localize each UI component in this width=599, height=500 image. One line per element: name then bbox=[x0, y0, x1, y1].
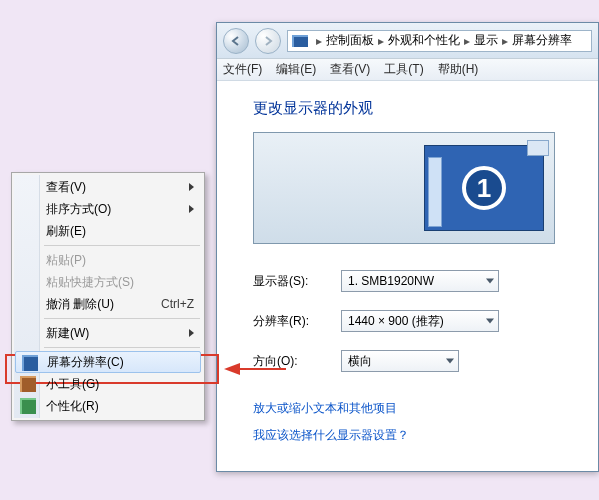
ctx-view-label: 查看(V) bbox=[46, 179, 86, 196]
display-arrangement-box[interactable]: 1 bbox=[253, 132, 555, 244]
gadget-icon bbox=[20, 376, 36, 392]
resolution-combobox[interactable]: 1440 × 900 (推荐) bbox=[341, 310, 499, 332]
menubar: 文件(F) 编辑(E) 查看(V) 工具(T) 帮助(H) bbox=[217, 59, 598, 81]
ctx-undo-label: 撤消 删除(U) bbox=[46, 296, 114, 313]
link-which-display[interactable]: 我应该选择什么显示器设置？ bbox=[253, 427, 598, 444]
ctx-view[interactable]: 查看(V) bbox=[14, 176, 202, 198]
submenu-arrow-icon bbox=[189, 183, 194, 191]
separator bbox=[44, 245, 200, 246]
ctx-screen-resolution[interactable]: 屏幕分辨率(C) bbox=[15, 351, 201, 373]
nav-back-button[interactable] bbox=[223, 28, 249, 54]
display-label: 显示器(S): bbox=[253, 273, 325, 290]
chevron-right-icon: ▸ bbox=[314, 34, 324, 48]
breadcrumb[interactable]: ▸ 控制面板 ▸ 外观和个性化 ▸ 显示 ▸ 屏幕分辨率 bbox=[287, 30, 592, 52]
link-scale-text[interactable]: 放大或缩小文本和其他项目 bbox=[253, 400, 598, 417]
row-orientation: 方向(O): 横向 bbox=[253, 350, 598, 372]
menu-help[interactable]: 帮助(H) bbox=[438, 61, 479, 78]
ctx-screen-resolution-label: 屏幕分辨率(C) bbox=[47, 354, 124, 371]
monitor-secondary-icon bbox=[527, 140, 549, 156]
ctx-gadgets-label: 小工具(G) bbox=[46, 376, 99, 393]
resolution-label: 分辨率(R): bbox=[253, 313, 325, 330]
ctx-paste-label: 粘贴(P) bbox=[46, 252, 86, 269]
breadcrumb-item[interactable]: 控制面板 bbox=[326, 32, 374, 49]
separator bbox=[44, 347, 200, 348]
menu-tools[interactable]: 工具(T) bbox=[384, 61, 423, 78]
monitor-icon bbox=[22, 355, 38, 371]
monitor-number-badge: 1 bbox=[462, 166, 506, 210]
chevron-down-icon bbox=[486, 319, 494, 324]
ctx-personalize-label: 个性化(R) bbox=[46, 398, 99, 415]
ctx-sort-label: 排序方式(O) bbox=[46, 201, 111, 218]
orientation-value: 横向 bbox=[348, 353, 372, 370]
chevron-down-icon bbox=[486, 279, 494, 284]
ctx-sort[interactable]: 排序方式(O) bbox=[14, 198, 202, 220]
personalize-icon bbox=[20, 398, 36, 414]
ctx-undo-delete[interactable]: 撤消 删除(U) Ctrl+Z bbox=[14, 293, 202, 315]
submenu-arrow-icon bbox=[189, 329, 194, 337]
menu-edit[interactable]: 编辑(E) bbox=[276, 61, 316, 78]
monitor-number: 1 bbox=[477, 173, 491, 204]
chevron-right-icon: ▸ bbox=[462, 34, 472, 48]
ctx-new[interactable]: 新建(W) bbox=[14, 322, 202, 344]
row-display: 显示器(S): 1. SMB1920NW bbox=[253, 270, 598, 292]
breadcrumb-item[interactable]: 显示 bbox=[474, 32, 498, 49]
separator bbox=[44, 318, 200, 319]
ctx-refresh[interactable]: 刷新(E) bbox=[14, 220, 202, 242]
resolution-value: 1440 × 900 (推荐) bbox=[348, 313, 444, 330]
menu-view[interactable]: 查看(V) bbox=[330, 61, 370, 78]
display-settings-window: ▸ 控制面板 ▸ 外观和个性化 ▸ 显示 ▸ 屏幕分辨率 文件(F) 编辑(E)… bbox=[216, 22, 599, 472]
content-area: 更改显示器的外观 1 显示器(S): 1. SMB1920NW 分辨率(R): … bbox=[217, 81, 598, 444]
page-title: 更改显示器的外观 bbox=[253, 99, 598, 118]
titlebar: ▸ 控制面板 ▸ 外观和个性化 ▸ 显示 ▸ 屏幕分辨率 bbox=[217, 23, 598, 59]
menu-file[interactable]: 文件(F) bbox=[223, 61, 262, 78]
submenu-arrow-icon bbox=[189, 205, 194, 213]
breadcrumb-item[interactable]: 屏幕分辨率 bbox=[512, 32, 572, 49]
monitor-taskbar-icon bbox=[428, 157, 442, 227]
ctx-refresh-label: 刷新(E) bbox=[46, 223, 86, 240]
ctx-undo-shortcut: Ctrl+Z bbox=[161, 297, 194, 311]
ctx-gadgets[interactable]: 小工具(G) bbox=[14, 373, 202, 395]
display-combobox[interactable]: 1. SMB1920NW bbox=[341, 270, 499, 292]
monitor-thumbnail[interactable]: 1 bbox=[424, 145, 544, 231]
control-panel-icon bbox=[292, 35, 308, 47]
ctx-paste-shortcut: 粘贴快捷方式(S) bbox=[14, 271, 202, 293]
display-value: 1. SMB1920NW bbox=[348, 274, 434, 288]
orientation-label: 方向(O): bbox=[253, 353, 325, 370]
ctx-paste: 粘贴(P) bbox=[14, 249, 202, 271]
chevron-down-icon bbox=[446, 359, 454, 364]
desktop-context-menu: 查看(V) 排序方式(O) 刷新(E) 粘贴(P) 粘贴快捷方式(S) 撤消 删… bbox=[11, 172, 205, 421]
chevron-right-icon: ▸ bbox=[500, 34, 510, 48]
chevron-right-icon: ▸ bbox=[376, 34, 386, 48]
links-block: 放大或缩小文本和其他项目 我应该选择什么显示器设置？ bbox=[253, 400, 598, 444]
ctx-new-label: 新建(W) bbox=[46, 325, 89, 342]
ctx-personalize[interactable]: 个性化(R) bbox=[14, 395, 202, 417]
breadcrumb-item[interactable]: 外观和个性化 bbox=[388, 32, 460, 49]
ctx-paste-shortcut-label: 粘贴快捷方式(S) bbox=[46, 274, 134, 291]
orientation-combobox[interactable]: 横向 bbox=[341, 350, 459, 372]
nav-forward-button[interactable] bbox=[255, 28, 281, 54]
row-resolution: 分辨率(R): 1440 × 900 (推荐) bbox=[253, 310, 598, 332]
